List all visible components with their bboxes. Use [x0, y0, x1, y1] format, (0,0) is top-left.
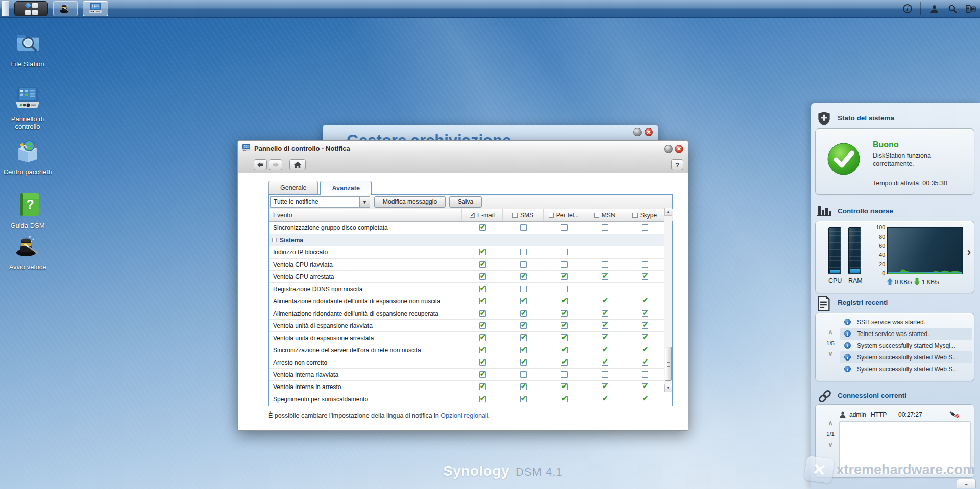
row-checkbox[interactable] — [479, 310, 486, 317]
notification-row[interactable]: Spegnimento per surriscaldamento — [269, 393, 672, 405]
row-checkbox[interactable] — [479, 359, 486, 366]
row-checkbox[interactable] — [602, 224, 608, 231]
row-checkbox[interactable] — [642, 359, 648, 366]
row-checkbox[interactable] — [602, 310, 608, 317]
notification-row[interactable]: Indirizzo IP bloccato — [269, 246, 672, 259]
header-checkbox[interactable] — [470, 213, 475, 218]
log-entry[interactable]: iSSH service was started. — [840, 316, 972, 328]
row-checkbox[interactable] — [561, 298, 568, 304]
row-checkbox[interactable] — [561, 224, 568, 231]
header-checkbox[interactable] — [549, 213, 554, 218]
info-icon[interactable]: i — [903, 4, 912, 13]
edit-message-button[interactable]: Modifica messaggio — [374, 196, 446, 208]
connection-row[interactable]: admin HTTP 00:27:27 — [839, 409, 972, 420]
row-checkbox[interactable] — [479, 322, 486, 329]
search-icon[interactable] — [947, 4, 958, 14]
row-checkbox[interactable] — [642, 298, 648, 304]
row-checkbox[interactable] — [520, 383, 527, 390]
row-checkbox[interactable] — [479, 396, 486, 402]
row-checkbox[interactable] — [642, 371, 648, 378]
row-checkbox[interactable] — [520, 359, 527, 366]
row-checkbox[interactable] — [602, 286, 608, 292]
notification-row[interactable]: Ventola unità di espansione riavviata — [269, 320, 672, 332]
row-checkbox[interactable] — [561, 334, 568, 341]
notification-row[interactable]: Sincronizzazione del server dell'ora di … — [269, 344, 672, 356]
row-checkbox[interactable] — [479, 249, 486, 255]
notification-row[interactable]: Ventola interna riavviata — [269, 369, 672, 381]
notification-row[interactable]: Alimentazione ridondante dell'unità di e… — [269, 295, 672, 307]
row-checkbox[interactable] — [479, 286, 486, 292]
row-checkbox[interactable] — [602, 371, 608, 378]
help-button[interactable]: ? — [671, 159, 683, 170]
row-checkbox[interactable] — [561, 359, 568, 366]
column-header-sms[interactable]: SMS — [503, 209, 544, 221]
row-checkbox[interactable] — [520, 371, 527, 378]
taskbar-item-control-panel[interactable] — [83, 1, 108, 16]
logs-page-up-chevron[interactable]: ∧ — [823, 329, 838, 336]
expand-resources-chevron[interactable]: › — [967, 246, 971, 259]
logs-page-down-chevron[interactable]: ∨ — [823, 351, 838, 357]
notification-row[interactable]: Alimentazione ridondante dell'unità di e… — [269, 307, 672, 320]
notification-filter-select[interactable]: Tutte le notifiche ▼ — [270, 196, 370, 208]
taskbar-item-quick-start[interactable] — [53, 1, 78, 16]
row-checkbox[interactable] — [602, 249, 608, 255]
row-checkbox[interactable] — [602, 347, 608, 353]
row-checkbox[interactable] — [602, 273, 608, 280]
minimize-button[interactable] — [664, 145, 673, 153]
tab-avanzate[interactable]: Avanzate — [320, 181, 371, 195]
disconnect-icon[interactable] — [949, 410, 960, 420]
column-header-email[interactable]: E-mail — [462, 209, 503, 221]
row-checkbox[interactable] — [642, 261, 648, 268]
row-checkbox[interactable] — [561, 310, 568, 317]
tab-generale[interactable]: Generale — [268, 181, 318, 194]
row-checkbox[interactable] — [520, 286, 527, 292]
notification-row[interactable]: Ventola unità di espansione arrestata — [269, 332, 672, 344]
row-checkbox[interactable] — [561, 249, 568, 255]
desktop-icon-file-station[interactable]: File Station — [1, 30, 54, 68]
group-row[interactable]: Sistema — [269, 234, 672, 246]
main-menu-button[interactable] — [14, 1, 48, 16]
chevron-down-icon[interactable]: ▼ — [359, 197, 370, 207]
row-checkbox[interactable] — [520, 322, 527, 329]
row-checkbox[interactable] — [602, 334, 608, 341]
column-header-pertel[interactable]: Per tel... — [544, 209, 584, 221]
row-checkbox[interactable] — [520, 310, 527, 317]
home-button[interactable] — [289, 159, 306, 170]
notification-row[interactable]: Arresto non corretto — [269, 356, 672, 369]
column-header-evento[interactable]: Evento — [269, 209, 462, 221]
row-checkbox[interactable] — [520, 249, 527, 255]
row-checkbox[interactable] — [642, 249, 648, 255]
row-checkbox[interactable] — [479, 371, 486, 378]
row-checkbox[interactable] — [642, 334, 648, 341]
row-checkbox[interactable] — [561, 347, 568, 353]
row-checkbox[interactable] — [520, 334, 527, 341]
log-entry[interactable]: iSystem successfully started Mysql... — [840, 340, 972, 351]
row-checkbox[interactable] — [520, 298, 527, 304]
row-checkbox[interactable] — [520, 224, 527, 231]
column-header-skype[interactable]: Skype — [625, 209, 665, 221]
row-checkbox[interactable] — [561, 383, 568, 390]
row-checkbox[interactable] — [642, 322, 648, 329]
row-checkbox[interactable] — [642, 273, 648, 280]
row-checkbox[interactable] — [642, 310, 648, 317]
notification-row[interactable]: Ventola interna in arresto. — [269, 381, 672, 393]
row-checkbox[interactable] — [520, 261, 527, 268]
desktop-icon-package-center[interactable]: Centro pacchetti — [1, 139, 54, 176]
save-button[interactable]: Salva — [449, 196, 482, 208]
row-checkbox[interactable] — [561, 286, 568, 292]
user-icon[interactable] — [929, 4, 939, 14]
row-checkbox[interactable] — [561, 261, 568, 268]
row-checkbox[interactable] — [602, 261, 608, 268]
row-checkbox[interactable] — [520, 347, 527, 353]
row-checkbox[interactable] — [479, 298, 486, 304]
log-entry[interactable]: iTelnet service was started. — [840, 328, 972, 340]
regional-options-link[interactable]: Opzioni regionali — [440, 412, 488, 419]
row-checkbox[interactable] — [520, 273, 527, 280]
desktop-icon-dsm-help[interactable]: ? Guida DSM — [1, 192, 54, 229]
notification-row[interactable]: Registrazione DDNS non riuscita — [269, 283, 672, 295]
row-checkbox[interactable] — [642, 347, 648, 353]
desktop-icon-quick-start[interactable]: Avvio veloce — [1, 233, 54, 271]
connections-page-up-chevron[interactable]: ∧ — [823, 420, 838, 426]
notification-row[interactable]: Ventola CPU arrestata — [269, 271, 672, 283]
header-checkbox[interactable] — [632, 213, 638, 218]
